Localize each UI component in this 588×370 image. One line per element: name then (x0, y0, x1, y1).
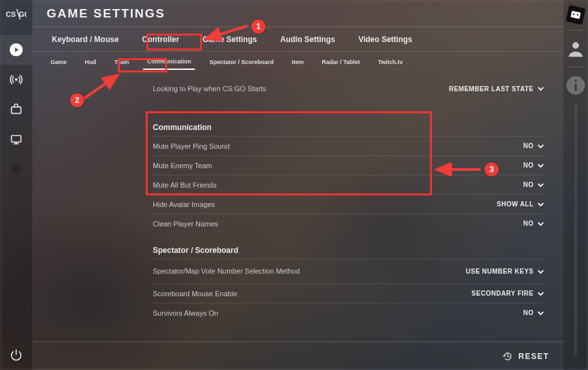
chevron-down-icon (537, 182, 544, 188)
chevron-down-icon (537, 85, 544, 92)
play-icon[interactable] (0, 35, 32, 65)
svg-point-3 (15, 78, 17, 81)
tab-video-settings[interactable]: Video Settings (353, 32, 417, 47)
header: GAME SETTINGS (32, 0, 563, 27)
subtab-spectator-scoreboard[interactable]: Spectator / Scoreboard (205, 55, 277, 69)
footer: RESET (32, 342, 563, 370)
svg-rect-13 (574, 84, 576, 91)
setting-label: Looking to Play when CS:GO Starts (153, 85, 266, 92)
setting-label: Mute All But Friends (153, 181, 216, 189)
corner-emblem-icon (565, 4, 587, 26)
setting-value-dropdown[interactable]: NO (523, 142, 544, 149)
setting-label: Mute Player Ping Sound (153, 142, 230, 150)
subtab-item[interactable]: Item (288, 55, 308, 69)
subtab-twitch[interactable]: Twitch.tv (374, 55, 407, 69)
setting-row-clean-names: Clean Player Names NO (153, 213, 544, 233)
settings-content: Looking to Play when CS:GO Starts REMEMB… (32, 78, 563, 342)
chevron-down-icon (537, 162, 544, 169)
setting-label: Mute Enemy Team (153, 162, 212, 169)
subtab-game[interactable]: Game (47, 55, 71, 69)
chevron-down-icon (537, 290, 544, 297)
setting-row-scoreboard-mouse: Scoreboard Mouse Enable SECONDARY FIRE (153, 283, 544, 303)
setting-value-dropdown[interactable]: NO (523, 220, 544, 227)
section-title-spectator: Spectator / Scoreboard (153, 246, 544, 255)
setting-value-text: NO (523, 162, 534, 169)
csgo-logo: CSGO (6, 5, 27, 23)
setting-value-text: SHOW ALL (497, 201, 534, 208)
setting-row-survivors: Survivors Always On NO (153, 303, 544, 322)
setting-row-mute-all-but-friends: Mute All But Friends NO (153, 175, 544, 194)
subtab-communication[interactable]: Communication (143, 54, 195, 70)
setting-value-dropdown[interactable]: NO (523, 181, 544, 188)
subtab-hud[interactable]: Hud (81, 55, 100, 69)
svg-point-9 (573, 14, 574, 15)
page-title: GAME SETTINGS (47, 6, 165, 21)
setting-value-text: REMEMBER LAST STATE (449, 85, 534, 92)
setting-value-text: NO (523, 220, 534, 227)
sub-tabs: Game Hud Team Communication Spectator / … (32, 52, 563, 72)
svg-rect-4 (12, 107, 21, 113)
setting-value-dropdown[interactable]: REMEMBER LAST STATE (449, 85, 544, 92)
setting-label: Hide Avatar Images (153, 201, 215, 208)
setting-row-mute-enemy: Mute Enemy Team NO (153, 155, 544, 175)
svg-text:GO: GO (19, 10, 27, 18)
section-title-communication: Communication (153, 123, 544, 132)
setting-label: Clean Player Names (153, 220, 218, 228)
tab-keyboard-mouse[interactable]: Keyboard / Mouse (47, 32, 124, 47)
watch-icon[interactable] (0, 124, 32, 154)
setting-row: Looking to Play when CS:GO Starts REMEMB… (153, 82, 544, 96)
broadcast-icon[interactable] (0, 65, 32, 94)
main-tabs: Keyboard / Mouse Controller Game Setting… (32, 27, 563, 52)
left-sidebar: CSGO (0, 0, 32, 370)
tab-controller[interactable]: Controller (137, 32, 184, 47)
profile-icon[interactable] (563, 34, 588, 63)
setting-row-hide-avatar: Hide Avatar Images SHOW ALL (153, 194, 544, 213)
setting-row-mute-ping: Mute Player Ping Sound NO (153, 136, 544, 155)
chevron-down-icon (537, 310, 544, 316)
subtab-radar-tablet[interactable]: Radar / Tablet (318, 55, 364, 69)
setting-value-dropdown[interactable]: NO (523, 309, 544, 316)
setting-value-dropdown[interactable]: SHOW ALL (497, 201, 544, 208)
right-sidebar (563, 0, 588, 370)
setting-label: Spectator/Map Vote Number Selection Meth… (153, 267, 300, 276)
setting-value-text: USE NUMBER KEYS (466, 268, 534, 275)
reset-label: RESET (518, 352, 549, 361)
svg-point-11 (572, 42, 579, 49)
setting-value-dropdown[interactable]: NO (523, 162, 544, 169)
chevron-down-icon (537, 221, 544, 227)
power-icon[interactable] (0, 340, 32, 370)
setting-row-vote-number: Spectator/Map Vote Number Selection Meth… (153, 259, 544, 283)
setting-value-text: NO (523, 181, 534, 188)
setting-value-text: SECONDARY FIRE (471, 290, 534, 297)
svg-point-10 (577, 14, 578, 16)
scrollbar[interactable] (574, 102, 577, 357)
svg-rect-14 (574, 80, 576, 82)
setting-label: Scoreboard Mouse Enable (153, 290, 237, 298)
setting-value-text: NO (523, 142, 534, 149)
info-icon[interactable] (563, 71, 588, 100)
svg-point-6 (14, 167, 18, 171)
settings-gear-icon[interactable] (0, 154, 32, 184)
setting-value-dropdown[interactable]: SECONDARY FIRE (471, 290, 544, 297)
chevron-down-icon (537, 268, 544, 275)
reset-button[interactable]: RESET (503, 351, 549, 362)
history-icon (503, 351, 513, 362)
setting-value-text: NO (523, 309, 534, 316)
setting-value-dropdown[interactable]: USE NUMBER KEYS (466, 268, 544, 275)
tab-audio-settings[interactable]: Audio Settings (275, 32, 341, 47)
subtab-team[interactable]: Team (111, 55, 133, 69)
chevron-down-icon (537, 143, 544, 149)
setting-label: Survivors Always On (153, 309, 218, 317)
chevron-down-icon (537, 201, 544, 208)
inventory-icon[interactable] (0, 94, 32, 124)
tab-game-settings[interactable]: Game Settings (198, 32, 262, 47)
svg-text:CS: CS (6, 10, 16, 18)
svg-rect-5 (12, 136, 21, 142)
